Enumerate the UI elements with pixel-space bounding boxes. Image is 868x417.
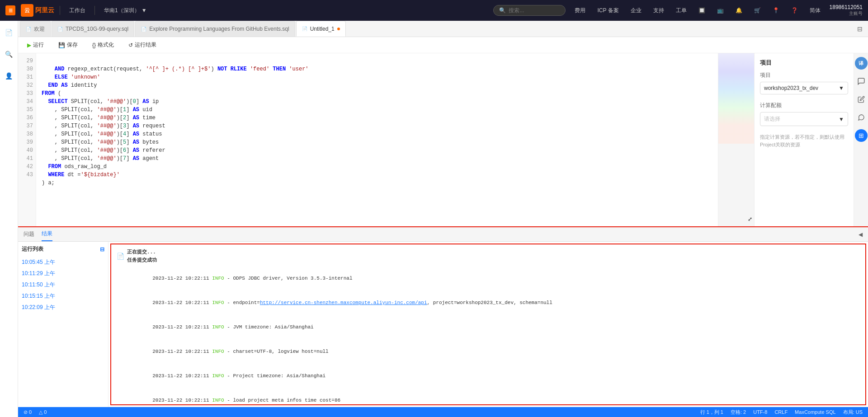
run-result-button[interactable]: ↺ 运行结果 [125,39,160,51]
nav-icon-1[interactable]: 🔲 [695,5,709,15]
project-label: 项目 [760,71,848,79]
main-container: 📄 🔍 👤 📄 欢迎 📄 TPCDS_10G-99-query.sql 📄 Ex… [0,21,868,417]
result-line-success: 任务提交成功 [127,256,157,264]
chat-floating-icon[interactable] [855,75,868,88]
line-num-35: 35 [21,106,33,114]
search-input[interactable] [509,7,560,14]
line-num-42: 42 [21,163,33,171]
brand-name: 阿里云 [35,6,54,14]
nav-cart-icon[interactable]: 🛒 [750,5,764,15]
sidebar-icon-search[interactable]: 🔍 [2,47,16,61]
bottom-tabs-bar: 问题 结果 ◀ [18,227,868,242]
status-encoding: UTF-8 [753,409,767,415]
status-spaces: 空格: 2 [731,409,746,416]
bottom-panel: 问题 结果 ◀ 运行列表 ⊟ 10:05:45 上午 10:11:29 上午 1… [18,226,868,407]
search-bar[interactable]: 🔍 [493,5,566,16]
line-num-36: 36 [21,114,33,122]
result-line-submitting: 正在提交... [127,248,157,256]
run-list-icon[interactable]: ⊟ [100,246,104,253]
toolbar: ▶ 运行 💾 保存 {} 格式化 ↺ 运行结果 [18,37,868,53]
line-num-29: 29 [21,57,33,65]
nav-divider-1 [60,6,60,15]
tab-explore[interactable]: 📄 Explore Programming Languages From Git… [135,21,295,37]
status-errors: ⊘ 0 [24,409,32,415]
nav-workorder[interactable]: 工单 [672,5,690,16]
nav-help-icon[interactable]: ❓ [788,5,802,15]
tab-results[interactable]: 结果 [42,227,52,241]
line-num-41: 41 [21,155,33,163]
search-icon: 🔍 [499,7,506,14]
run-item-3[interactable]: 10:15:15 上午 [22,290,104,302]
code-editor[interactable]: 29 30 31 32 33 34 35 36 37 38 39 40 41 4… [18,53,754,226]
comment-floating-icon[interactable] [855,111,868,124]
nav-lang[interactable]: 简体 [806,5,824,16]
result-area[interactable]: 📄 正在提交... 任务提交成功 2023-11-22 10:22:11 INF… [110,244,866,405]
run-button[interactable]: ▶ 运行 [24,39,47,51]
nav-divider-2 [94,6,95,15]
chevron-down-icon: ▼ [142,7,147,14]
left-sidebar: 📄 🔍 👤 [0,21,18,417]
nav-cost[interactable]: 费用 [571,5,589,16]
format-button[interactable]: {} 格式化 [89,39,118,51]
nav-icon-2[interactable]: 📺 [713,5,727,15]
bottom-content: 运行列表 ⊟ 10:05:45 上午 10:11:29 上午 10:11:50 … [18,242,868,407]
compute-select-wrapper: 请选择 ▼ [760,112,848,126]
status-warnings: △ 0 [39,409,47,415]
nav-support[interactable]: 支持 [650,5,668,16]
tabs-bar: 📄 欢迎 📄 TPCDS_10G-99-query.sql 📄 Explore … [18,21,868,37]
line-num-40: 40 [21,146,33,155]
result-line-7: 2023-11-22 10:22:11 INFO - load project … [117,388,860,405]
edit-floating-icon[interactable] [855,93,868,106]
run-item-4[interactable]: 10:22:09 上午 [22,302,104,313]
workspace-nav-item[interactable]: 工作台 [66,5,89,16]
result-status-lines: 正在提交... 任务提交成功 [127,248,157,264]
editor-result-area: 📄 欢迎 📄 TPCDS_10G-99-query.sql 📄 Explore … [18,21,868,417]
run-list: 运行列表 ⊟ 10:05:45 上午 10:11:29 上午 10:11:50 … [18,242,108,407]
line-num-31: 31 [21,73,33,81]
code-lines[interactable]: AND regexp_extract(request, '^[^ ]+ (.*)… [36,53,718,226]
nav-location-icon[interactable]: 📍 [769,5,783,15]
tab-tpcds[interactable]: 📄 TPCDS_10G-99-query.sql [52,21,134,37]
tab-issues[interactable]: 问题 [24,228,34,241]
hamburger-icon[interactable]: ☰ [5,5,15,15]
line-num-39: 39 [21,138,33,146]
status-layout: 布局: US [843,409,863,416]
logo: 云 阿里云 [21,4,54,17]
compute-select[interactable]: 请选择 ▼ [760,112,848,126]
expand-minimap-icon[interactable]: ⤢ [748,216,752,223]
project-select[interactable]: workshop2023_tx_dev ▼ [760,82,848,94]
sidebar-icon-file[interactable]: 📄 [2,25,16,40]
collapse-bottom-icon[interactable]: ◀ [859,231,863,238]
split-view-icon[interactable]: ⊟ [857,25,863,33]
result-line-3: 2023-11-22 10:22:11 INFO - endpoint=http… [117,290,860,315]
sidebar-icon-user[interactable]: 👤 [2,69,16,83]
result-line-6: 2023-11-22 10:22:11 INFO - Project timez… [117,364,860,388]
result-icon: 📄 [117,253,124,260]
nav-actions: 费用 ICP 备案 企业 支持 工单 🔲 📺 🔔 🛒 📍 ❓ 简体 [571,5,824,16]
translate-floating-icon[interactable]: 译 [855,57,868,70]
line-numbers: 29 30 31 32 33 34 35 36 37 38 39 40 41 4… [18,53,36,226]
grid-floating-icon[interactable]: ⊞ [855,129,868,142]
tab-welcome[interactable]: 📄 欢迎 [20,21,51,37]
run-item-1[interactable]: 10:11:29 上午 [22,268,104,279]
user-info[interactable]: 18986112051 主账号 [830,4,863,17]
line-num-30: 30 [21,65,33,73]
line-num-33: 33 [21,89,33,98]
run-item-0[interactable]: 10:05:45 上午 [22,257,104,268]
tab-untitled[interactable]: 📄 Untitled_1 [296,21,346,37]
result-line-5: 2023-11-22 10:22:11 INFO - charset=UTF-8… [117,339,860,364]
region-nav-item[interactable]: 华南1（深圳） ▼ [100,5,151,16]
nav-icp[interactable]: ICP 备案 [594,5,622,16]
minimap: ⤢ [718,53,754,226]
tab-untitled-label: Untitled_1 [310,26,335,32]
project-section-title: 项目 [760,59,848,67]
run-list-title: 运行列表 ⊟ [22,245,104,253]
compute-label: 计算配额 [760,102,848,109]
far-right-sidebar: 译 ⊞ [854,53,868,226]
top-navigation: ☰ 云 阿里云 工作台 华南1（深圳） ▼ 🔍 费用 ICP 备案 企业 支持 … [0,0,868,21]
nav-bell-icon[interactable]: 🔔 [732,5,746,15]
result-line-2: 2023-11-22 10:22:11 INFO - ODPS JDBC dri… [117,266,860,290]
run-item-2[interactable]: 10:11:50 上午 [22,279,104,290]
nav-enterprise[interactable]: 企业 [627,5,645,16]
save-button[interactable]: 💾 保存 [55,39,81,51]
